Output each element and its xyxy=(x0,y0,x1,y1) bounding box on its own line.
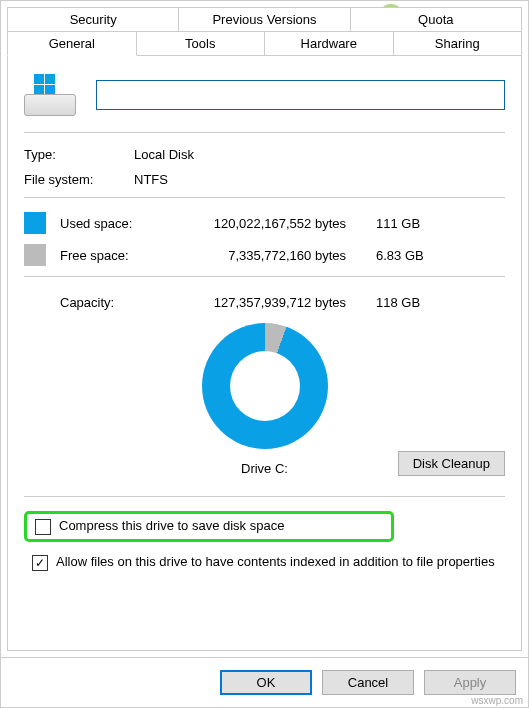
capacity-bytes: 127,357,939,712 bytes xyxy=(176,295,376,310)
drive-name-input[interactable] xyxy=(96,80,505,110)
drive-label: Drive C: xyxy=(202,461,328,476)
divider xyxy=(24,197,505,198)
ok-button[interactable]: OK xyxy=(220,670,312,695)
divider xyxy=(24,132,505,133)
used-space-label: Used space: xyxy=(60,216,176,231)
free-space-bytes: 7,335,772,160 bytes xyxy=(176,248,376,263)
compress-checkbox[interactable] xyxy=(35,519,51,535)
tab-hardware[interactable]: Hardware xyxy=(265,31,394,56)
used-space-human: 111 GB xyxy=(376,216,456,231)
type-label: Type: xyxy=(24,147,134,162)
divider xyxy=(24,276,505,277)
free-space-swatch xyxy=(24,244,46,266)
used-space-bytes: 120,022,167,552 bytes xyxy=(176,216,376,231)
cancel-button[interactable]: Cancel xyxy=(322,670,414,695)
index-checkbox-row[interactable]: Allow files on this drive to have conten… xyxy=(24,550,505,575)
tab-sharing[interactable]: Sharing xyxy=(394,31,523,56)
capacity-human: 118 GB xyxy=(376,295,456,310)
type-value: Local Disk xyxy=(134,147,194,162)
disk-cleanup-button[interactable]: Disk Cleanup xyxy=(398,451,505,476)
tab-panel-general: Type: Local Disk File system: NTFS Used … xyxy=(7,56,522,651)
usage-donut-chart xyxy=(202,323,328,449)
drive-icon xyxy=(24,74,76,116)
tab-quota[interactable]: Quota xyxy=(351,7,522,31)
filesystem-value: NTFS xyxy=(134,172,168,187)
dialog-button-bar: OK Cancel Apply xyxy=(1,657,528,707)
used-space-swatch xyxy=(24,212,46,234)
tab-previous-versions[interactable]: Previous Versions xyxy=(179,7,350,31)
compress-checkbox-row[interactable]: Compress this drive to save disk space xyxy=(24,511,394,542)
tab-general[interactable]: General xyxy=(7,31,137,56)
apply-button[interactable]: Apply xyxy=(424,670,516,695)
free-space-human: 6.83 GB xyxy=(376,248,456,263)
compress-label: Compress this drive to save disk space xyxy=(59,518,284,533)
tab-security[interactable]: Security xyxy=(7,7,179,31)
tab-strip: Security Previous Versions Quota General… xyxy=(1,1,528,56)
free-space-label: Free space: xyxy=(60,248,176,263)
capacity-swatch-spacer xyxy=(24,291,46,313)
capacity-label: Capacity: xyxy=(60,295,176,310)
index-checkbox[interactable] xyxy=(32,555,48,571)
index-label: Allow files on this drive to have conten… xyxy=(56,554,495,569)
tab-tools[interactable]: Tools xyxy=(137,31,266,56)
filesystem-label: File system: xyxy=(24,172,134,187)
drive-properties-window: APPUALS Security Previous Versions Quota… xyxy=(0,0,529,708)
divider xyxy=(24,496,505,497)
